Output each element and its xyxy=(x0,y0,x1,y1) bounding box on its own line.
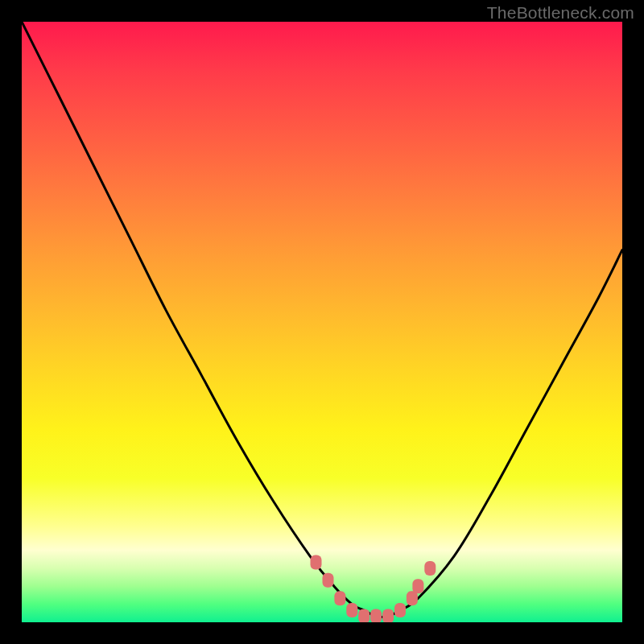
chart-frame: TheBottleneck.com xyxy=(0,0,644,644)
curve-markers xyxy=(311,555,436,622)
bottleneck-curve-svg xyxy=(22,22,622,622)
curve-marker xyxy=(311,555,322,569)
bottleneck-curve xyxy=(22,22,622,617)
curve-marker xyxy=(358,609,369,623)
plot-area xyxy=(22,22,622,622)
curve-marker xyxy=(370,609,382,623)
attribution-watermark: TheBottleneck.com xyxy=(487,3,634,23)
curve-marker xyxy=(382,609,394,623)
curve-marker xyxy=(394,603,406,617)
curve-marker xyxy=(424,561,436,576)
curve-marker xyxy=(334,591,345,605)
curve-marker xyxy=(323,573,334,588)
curve-marker xyxy=(346,603,357,617)
curve-marker xyxy=(412,579,423,593)
